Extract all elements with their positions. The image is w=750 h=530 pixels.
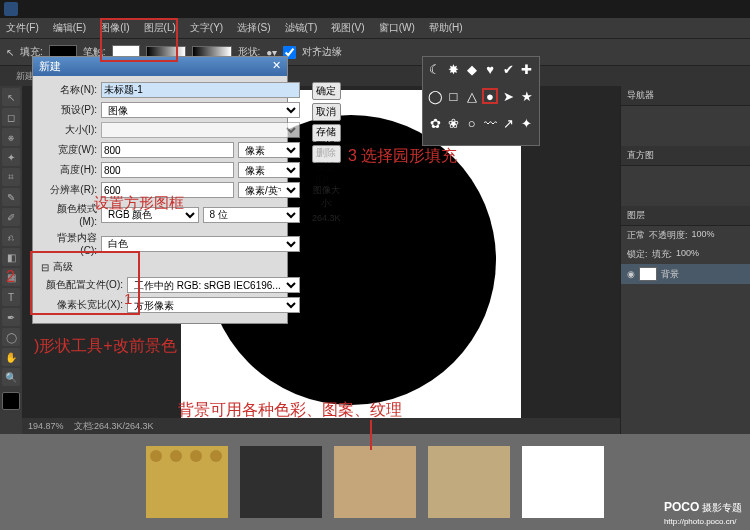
wand-tool-icon[interactable]: ✦ <box>2 148 20 166</box>
layer-name: 背景 <box>661 268 679 281</box>
lock-label: 锁定: <box>627 248 648 261</box>
fill-pct-label: 填充: <box>652 248 673 261</box>
moon-shape-icon[interactable]: ☾ <box>427 61 443 77</box>
fill-pct-value[interactable]: 100% <box>676 248 699 261</box>
clover-shape-icon[interactable]: ✿ <box>427 116 443 132</box>
move-tool-icon[interactable]: ↖ <box>2 88 20 106</box>
poco-brand: POCO <box>664 500 699 514</box>
arrow2-shape-icon[interactable]: ↗ <box>500 116 516 132</box>
texture-tan-swatch[interactable] <box>334 446 416 518</box>
layer-thumb-icon <box>639 267 657 281</box>
zoom-level[interactable]: 194.87% <box>28 421 64 431</box>
mode-label: 颜色模式(M): <box>41 202 97 227</box>
star-shape-icon[interactable]: ★ <box>519 88 535 104</box>
aspect-select[interactable]: 方形像素 <box>127 297 300 313</box>
poco-sub: 摄影专题 <box>702 502 742 513</box>
annotation-text-3: 3 选择园形填充 <box>348 146 457 167</box>
hand-tool-icon[interactable]: ✋ <box>2 348 20 366</box>
circle-shape-icon[interactable]: ● <box>482 88 498 104</box>
profile-select[interactable]: 工作中的 RGB: sRGB IEC6196... <box>127 277 300 293</box>
cursor-icon: ↖ <box>6 47 14 58</box>
texture-gold-swatch[interactable] <box>146 446 228 518</box>
triangle-shape-icon[interactable]: △ <box>464 88 480 104</box>
dialog-title: 新建 <box>39 59 61 74</box>
bg-select[interactable]: 白色 <box>101 236 300 252</box>
gear-shape-icon[interactable]: ✦ <box>519 116 535 132</box>
size-label: 大小(I): <box>41 123 97 137</box>
text-tool-icon[interactable]: T <box>2 288 20 306</box>
menu-select[interactable]: 选择(S) <box>237 21 270 35</box>
texture-canvas-swatch[interactable] <box>428 446 510 518</box>
visibility-icon[interactable]: ◉ <box>627 269 635 279</box>
histogram-panel <box>621 166 750 206</box>
height-unit[interactable]: 像素 <box>238 162 300 178</box>
flower-shape-icon[interactable]: ❀ <box>445 116 461 132</box>
toolbox: ↖ ◻ ⎈ ✦ ⌗ ✎ ✐ ⎌ ◧ ▦ T ✒ ◯ ✋ 🔍 <box>0 86 22 434</box>
shape-picker-popup[interactable]: ☾ ✸ ◆ ♥ ✔ ✚ ◯ □ △ ● ➤ ★ ✿ ❀ ○ 〰 ↗ ✦ <box>422 56 540 146</box>
menu-edit[interactable]: 编辑(E) <box>53 21 86 35</box>
align-label: 对齐边缘 <box>302 45 342 59</box>
diamond-shape-icon[interactable]: ◆ <box>464 61 480 77</box>
width-label: 宽度(W): <box>41 143 97 157</box>
res-label: 分辨率(R): <box>41 183 97 197</box>
name-field[interactable] <box>101 82 300 98</box>
cross-shape-icon[interactable]: ○ <box>464 116 480 132</box>
zoom-tool-icon[interactable]: 🔍 <box>2 368 20 386</box>
bits-select[interactable]: 8 位 <box>203 207 301 223</box>
annotation-bottom-text: 背景可用各种色彩、图案、纹理 <box>178 400 402 421</box>
menu-filter[interactable]: 滤镜(T) <box>285 21 318 35</box>
menu-help[interactable]: 帮助(H) <box>429 21 463 35</box>
marquee-tool-icon[interactable]: ◻ <box>2 108 20 126</box>
save-preset-button[interactable]: 存储预设(S)... <box>312 124 341 142</box>
size-select[interactable] <box>101 122 300 138</box>
annotation-line <box>370 420 372 450</box>
height-label: 高度(H): <box>41 163 97 177</box>
opacity-label: 不透明度: <box>649 229 688 242</box>
menu-file[interactable]: 文件(F) <box>6 21 39 35</box>
name-label: 名称(N): <box>41 83 97 97</box>
square-shape-icon[interactable]: □ <box>445 88 461 104</box>
pen-tool-icon[interactable]: ✒ <box>2 308 20 326</box>
close-icon[interactable]: ✕ <box>272 59 281 74</box>
foreground-color-swatch[interactable] <box>2 392 20 410</box>
texture-white-swatch[interactable] <box>522 446 604 518</box>
layer-background[interactable]: ◉ 背景 <box>621 264 750 284</box>
annotation-num-2: 2 <box>6 268 15 286</box>
shape-tool-icon[interactable]: ◯ <box>2 328 20 346</box>
navigator-tab[interactable]: 导航器 <box>621 86 750 106</box>
menu-view[interactable]: 视图(V) <box>331 21 364 35</box>
heart-shape-icon[interactable]: ♥ <box>482 61 498 77</box>
blend-mode[interactable]: 正常 <box>627 229 645 242</box>
eyedropper-tool-icon[interactable]: ✎ <box>2 188 20 206</box>
check-shape-icon[interactable]: ✔ <box>500 61 516 77</box>
width-field[interactable] <box>101 142 234 158</box>
lasso-tool-icon[interactable]: ⎈ <box>2 128 20 146</box>
wave-shape-icon[interactable]: 〰 <box>482 116 498 132</box>
res-unit[interactable]: 像素/英寸 <box>238 182 300 198</box>
poco-url: http://photo.poco.cn/ <box>664 517 737 526</box>
opacity-value[interactable]: 100% <box>692 229 715 242</box>
texture-dark-swatch[interactable] <box>240 446 322 518</box>
delete-preset-button[interactable]: 删除预设(D)... <box>312 145 341 163</box>
layers-tab[interactable]: 图层 <box>621 206 750 226</box>
watermark: POCO 摄影专题 http://photo.poco.cn/ <box>664 500 742 526</box>
filesize-label: 图像大小: <box>312 184 341 210</box>
menu-window[interactable]: 窗口(W) <box>379 21 415 35</box>
clone-tool-icon[interactable]: ⎌ <box>2 228 20 246</box>
plus-shape-icon[interactable]: ✚ <box>519 61 535 77</box>
ring-shape-icon[interactable]: ◯ <box>427 88 443 104</box>
height-field[interactable] <box>101 162 234 178</box>
cancel-button[interactable]: 取消 <box>312 103 341 121</box>
histogram-tab[interactable]: 直方图 <box>621 146 750 166</box>
menu-type[interactable]: 文字(Y) <box>190 21 223 35</box>
brush-tool-icon[interactable]: ✐ <box>2 208 20 226</box>
annotation-num-1: 1 <box>124 290 132 307</box>
arrow-shape-icon[interactable]: ➤ <box>500 88 516 104</box>
crop-tool-icon[interactable]: ⌗ <box>2 168 20 186</box>
filesize-value: 264.3K <box>312 213 341 223</box>
preset-select[interactable]: 图像 <box>101 102 300 118</box>
burst-shape-icon[interactable]: ✸ <box>445 61 461 77</box>
ok-button[interactable]: 确定 <box>312 82 341 100</box>
width-unit[interactable]: 像素 <box>238 142 300 158</box>
eraser-tool-icon[interactable]: ◧ <box>2 248 20 266</box>
